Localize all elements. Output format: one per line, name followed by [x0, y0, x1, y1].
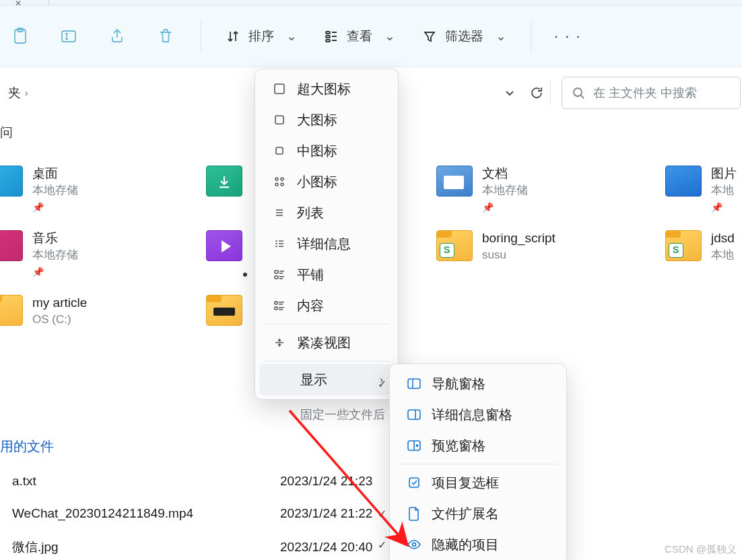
- eye-icon: [406, 536, 422, 553]
- folder-icon: [206, 230, 242, 261]
- menu-item-small[interactable]: 小图标: [259, 166, 394, 197]
- svg-rect-5: [326, 40, 330, 42]
- grid-item-boring[interactable]: boring_script susu: [436, 230, 555, 262]
- submenu-details-pane[interactable]: 详细信息窗格: [394, 399, 562, 430]
- grid-item-videos[interactable]: [206, 230, 242, 261]
- grid-item-documents[interactable]: 文档 本地存储 📌: [436, 166, 528, 213]
- menu-label: 隐藏的项目: [432, 536, 499, 554]
- refresh-button[interactable]: [523, 77, 550, 109]
- submenu-item-checkboxes[interactable]: 项目复选框: [394, 467, 562, 498]
- menu-label: 超大图标: [297, 80, 351, 98]
- breadcrumb[interactable]: 夹 ›: [0, 77, 40, 109]
- item-name: my article: [32, 295, 87, 311]
- view-button[interactable]: 查看 ⌄: [317, 24, 402, 49]
- menu-separator: [263, 324, 390, 324]
- svg-rect-2: [62, 31, 75, 42]
- filter-button[interactable]: 筛选器 ⌄: [415, 24, 513, 49]
- filter-label: 筛选器: [445, 28, 483, 45]
- submenu-hidden-items[interactable]: ✓ 隐藏的项目: [394, 529, 562, 560]
- panel-right-icon: [406, 407, 422, 423]
- menu-item-details[interactable]: 详细信息: [259, 228, 394, 259]
- menu-label: 显示: [271, 371, 356, 389]
- svg-rect-15: [275, 276, 278, 279]
- item-name: 图片: [711, 166, 737, 182]
- check-icon: ✓: [378, 538, 386, 551]
- grid-item-jdsd[interactable]: jdsd 本地: [665, 230, 735, 262]
- folder-icon: [436, 230, 473, 261]
- recent-header: 用的文件: [0, 438, 54, 456]
- grid-item-downloads[interactable]: [206, 166, 242, 197]
- item-name: 音乐: [32, 230, 78, 246]
- compact-icon: [271, 335, 288, 351]
- folder-icon: [665, 166, 702, 197]
- menu-item-show[interactable]: 显示 ›: [259, 364, 394, 395]
- empty-pinned-hint: 固定一些文件后: [300, 407, 385, 423]
- menu-label: 详细信息: [297, 235, 351, 253]
- folder-icon: [0, 166, 23, 197]
- grid-item-music[interactable]: 音乐 本地存储 📌: [0, 230, 78, 277]
- recent-date: 2023/1/24 20:40: [280, 540, 372, 555]
- menu-label: 项目复选框: [432, 474, 499, 492]
- menu-item-compact[interactable]: 紧凑视图: [259, 327, 394, 358]
- grid-item-pictures[interactable]: 图片 本地 📌: [665, 166, 737, 213]
- menu-label: 平铺: [297, 266, 324, 284]
- delete-icon[interactable]: [148, 19, 183, 54]
- menu-label: 列表: [297, 204, 324, 222]
- grid-item-folder[interactable]: [206, 295, 242, 326]
- address-dropdown[interactable]: [496, 77, 523, 109]
- menu-item-tiles[interactable]: 平铺: [259, 259, 394, 290]
- paste-icon[interactable]: [3, 19, 38, 54]
- chevron-down-icon: ⌄: [286, 28, 297, 44]
- menu-item-content[interactable]: 内容: [259, 290, 394, 321]
- item-sub: 本地存储: [32, 248, 78, 262]
- svg-point-11: [281, 178, 283, 180]
- search-input[interactable]: 在 主文件夹 中搜索: [562, 77, 741, 109]
- divider: [201, 22, 201, 51]
- menu-label: 预览窗格: [432, 437, 485, 455]
- folder-icon: [0, 295, 23, 326]
- item-sub: 本地: [711, 248, 735, 262]
- folder-icon: [206, 295, 242, 326]
- chevron-down-icon: ⌄: [496, 28, 506, 44]
- item-sub: 本地: [711, 183, 737, 198]
- check-icon: ✓: [378, 508, 386, 520]
- recent-name: WeChat_20230124211849.mp4: [12, 506, 193, 521]
- recent-row[interactable]: 微信.jpg 2023/1/24 20:40: [12, 538, 742, 556]
- recent-row[interactable]: a.txt 2023/1/24 21:23: [12, 474, 742, 489]
- menu-label: 导航窗格: [432, 375, 485, 393]
- item-sub: OS (C:): [32, 312, 87, 327]
- menu-separator: [398, 464, 558, 464]
- titlebar-fragment: ✕: [0, 0, 742, 5]
- grid-item-desktop[interactable]: 桌面 本地存储 📌: [0, 166, 78, 213]
- menu-label: 紧凑视图: [297, 334, 351, 352]
- menu-item-list[interactable]: 列表: [259, 197, 394, 228]
- search-placeholder: 在 主文件夹 中搜索: [593, 85, 697, 101]
- more-button[interactable]: · · ·: [549, 28, 587, 45]
- file-icon: [406, 505, 422, 522]
- quick-access-header: 问: [0, 124, 13, 141]
- submenu-navigation-pane[interactable]: ✓ 导航窗格: [394, 368, 562, 399]
- recent-name: a.txt: [12, 474, 36, 489]
- folder-icon: [206, 166, 242, 197]
- show-submenu: ✓ 导航窗格 详细信息窗格 预览窗格 项目复选框 ✓ 文件扩展名 ✓ 隐藏的项目: [389, 363, 567, 560]
- grid-icon: [271, 81, 288, 97]
- item-sub: 本地存储: [32, 183, 78, 198]
- svg-rect-19: [408, 410, 420, 419]
- submenu-preview-pane[interactable]: 预览窗格: [394, 430, 562, 461]
- menu-item-extra-large[interactable]: 超大图标: [259, 73, 394, 104]
- breadcrumb-segment[interactable]: 夹: [8, 84, 21, 102]
- sort-button[interactable]: 排序 ⌄: [219, 24, 304, 49]
- rename-icon[interactable]: [51, 19, 86, 54]
- svg-point-6: [574, 88, 582, 96]
- grid-item-myarticle[interactable]: my article OS (C:): [0, 295, 87, 327]
- menu-item-large[interactable]: 大图标: [259, 104, 394, 135]
- menu-item-medium[interactable]: 中图标: [259, 135, 394, 166]
- svg-rect-7: [275, 84, 284, 94]
- share-icon[interactable]: [100, 19, 135, 54]
- submenu-file-extensions[interactable]: ✓ 文件扩展名: [394, 498, 562, 529]
- divider: [550, 81, 551, 105]
- svg-rect-4: [326, 36, 330, 38]
- item-name: jdsd: [711, 230, 735, 246]
- recent-row[interactable]: WeChat_20230124211849.mp4 2023/1/24 21:2…: [12, 506, 742, 521]
- svg-rect-17: [275, 307, 277, 310]
